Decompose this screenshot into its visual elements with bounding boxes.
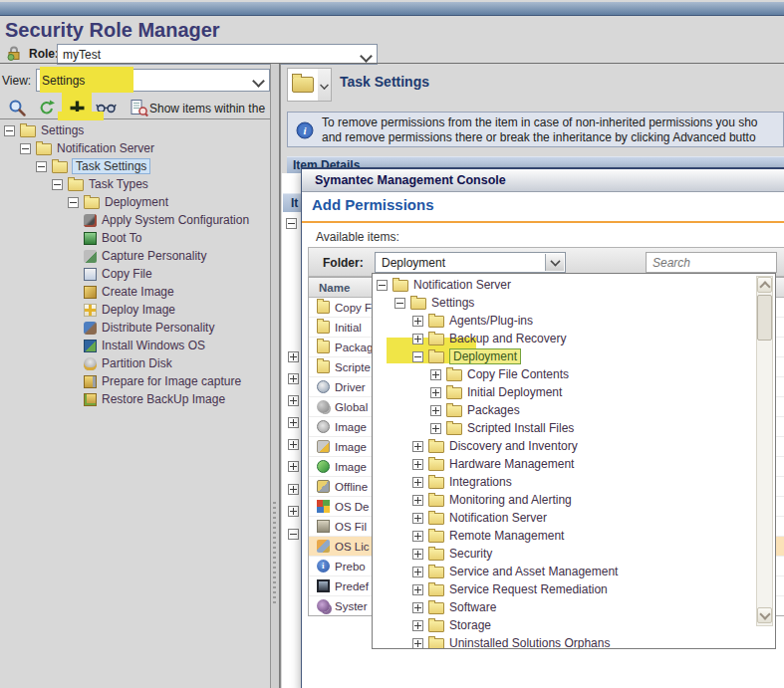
expander-plus-icon[interactable] bbox=[412, 477, 423, 488]
expander-plus-icon[interactable] bbox=[288, 461, 299, 472]
expander-plus-icon[interactable] bbox=[288, 484, 299, 495]
popup-tree-item-deployment[interactable]: Deployment bbox=[373, 347, 755, 365]
expander-plus-icon[interactable] bbox=[288, 373, 299, 384]
scroll-up-button[interactable] bbox=[757, 277, 772, 293]
popup-tree-item-scripted-install-files[interactable]: Scripted Install Files bbox=[373, 419, 755, 437]
popup-tree-item-software[interactable]: Software bbox=[373, 598, 755, 616]
expander-plus-icon[interactable] bbox=[412, 459, 423, 470]
popup-tree-item-backup-and-recovery[interactable]: Backup and Recovery bbox=[373, 330, 755, 347]
expander-plus-icon[interactable] bbox=[412, 316, 423, 327]
expander-minus-icon[interactable] bbox=[286, 218, 297, 229]
dropdown-button[interactable] bbox=[545, 254, 564, 271]
popup-scrollbar[interactable] bbox=[756, 276, 773, 626]
popup-tree-item-service-request-remediation[interactable]: Service Request Remediation bbox=[373, 580, 755, 598]
tree-item-deployment[interactable]: Deployment bbox=[0, 193, 271, 211]
expander-plus-icon[interactable] bbox=[412, 602, 423, 613]
expander-minus-icon[interactable] bbox=[36, 161, 47, 172]
name-column-header[interactable]: Name bbox=[319, 282, 350, 294]
popup-tree-item-copy-file-contents[interactable]: Copy File Contents bbox=[373, 365, 755, 383]
tree-item-distribute-personality[interactable]: Distribute Personality bbox=[0, 319, 271, 337]
expander-minus-icon[interactable] bbox=[4, 125, 15, 136]
tree-item-apply-system-configuration[interactable]: Apply System Configuration bbox=[0, 211, 271, 229]
panel-splitter[interactable] bbox=[270, 64, 280, 688]
dialog-title-bar[interactable]: Symantec Management Console bbox=[302, 169, 784, 192]
tree-item-restore-backup-image[interactable]: Restore BackUp Image bbox=[0, 390, 271, 408]
expander-plus-icon[interactable] bbox=[288, 351, 299, 362]
page-icon-menu-button[interactable] bbox=[318, 68, 332, 102]
expander-plus-icon[interactable] bbox=[288, 395, 299, 406]
expander-plus-icon[interactable] bbox=[412, 584, 423, 595]
expander-minus-icon[interactable] bbox=[394, 298, 405, 309]
tree-item-notification-server[interactable]: Notification Server bbox=[0, 139, 271, 157]
folder-dropdown[interactable]: Deployment bbox=[375, 252, 566, 273]
expander-plus-icon[interactable] bbox=[412, 567, 423, 577]
show-items-button[interactable] bbox=[126, 96, 151, 119]
tree-item-capture-personality[interactable]: Capture Personality bbox=[0, 247, 271, 265]
expander-minus-icon[interactable] bbox=[412, 351, 423, 362]
tree-item-label: Copy File Contents bbox=[467, 367, 569, 381]
scrollbar-thumb[interactable] bbox=[757, 295, 772, 341]
popup-tree-item-monitoring-and-alerting[interactable]: Monitoring and Alerting bbox=[373, 491, 755, 509]
expander-minus-icon[interactable] bbox=[20, 143, 31, 154]
expander-minus-icon[interactable] bbox=[52, 179, 63, 190]
popup-tree-item-storage[interactable]: Storage bbox=[373, 616, 755, 634]
tree-item-label: Settings bbox=[41, 123, 84, 137]
popup-tree-item-initial-deployment[interactable]: Initial Deployment bbox=[373, 383, 755, 401]
info-text-line2: and remove permissions there or break th… bbox=[322, 130, 758, 145]
expander-plus-icon[interactable] bbox=[412, 334, 423, 344]
tree-item-deploy-image[interactable]: Deploy Image bbox=[0, 301, 271, 319]
folder-icon bbox=[428, 567, 444, 578]
search-input[interactable] bbox=[646, 252, 777, 273]
tree-item-task-types[interactable]: Task Types bbox=[0, 175, 271, 193]
popup-tree-item-notification-server[interactable]: Notification Server bbox=[373, 276, 755, 294]
expander-plus-icon[interactable] bbox=[288, 506, 299, 517]
role-dropdown[interactable]: myTest bbox=[57, 44, 378, 65]
popup-tree-item-settings[interactable]: Settings bbox=[373, 294, 755, 312]
popup-tree-item-packages[interactable]: Packages bbox=[373, 401, 755, 419]
tree-item-boot-to[interactable]: Boot To bbox=[0, 229, 271, 247]
expander-plus-icon[interactable] bbox=[430, 387, 441, 398]
divider bbox=[0, 63, 784, 64]
expander-plus-icon[interactable] bbox=[288, 439, 299, 450]
expander-plus-icon[interactable] bbox=[288, 417, 299, 428]
folder-icon bbox=[36, 143, 52, 155]
popup-tree-item-notification-server-2[interactable]: Notification Server bbox=[373, 509, 755, 527]
expander-plus-icon[interactable] bbox=[412, 531, 423, 542]
expander-plus-icon[interactable] bbox=[430, 369, 441, 380]
tree-item-create-image[interactable]: Create Image bbox=[0, 283, 271, 301]
splitter-grip[interactable] bbox=[273, 502, 276, 605]
tree-item-label: Create Image bbox=[102, 285, 174, 299]
expander-minus-icon[interactable] bbox=[68, 197, 79, 208]
expander-minus-icon[interactable] bbox=[377, 280, 388, 291]
expander-plus-icon[interactable] bbox=[412, 513, 423, 524]
refresh-button[interactable] bbox=[34, 96, 60, 119]
expander-plus-icon[interactable] bbox=[412, 495, 423, 506]
tree-item-prepare-for-image-capture[interactable]: Prepare for Image capture bbox=[0, 372, 271, 390]
popup-tree-item-service-and-asset-management[interactable]: Service and Asset Management bbox=[373, 563, 755, 580]
expander-plus-icon[interactable] bbox=[430, 405, 441, 416]
expander-plus-icon[interactable] bbox=[430, 423, 441, 434]
expander-minus-icon[interactable] bbox=[288, 529, 299, 540]
expander-plus-icon[interactable] bbox=[412, 638, 423, 649]
copy-file-icon bbox=[84, 268, 97, 281]
popup-tree-item-integrations[interactable]: Integrations bbox=[373, 473, 755, 491]
tree-item-task-settings[interactable]: Task Settings bbox=[0, 157, 271, 175]
tree-item-copy-file[interactable]: Copy File bbox=[0, 265, 271, 283]
popup-tree-item-discovery-and-inventory[interactable]: Discovery and Inventory bbox=[373, 437, 755, 455]
popup-tree-item-remote-management[interactable]: Remote Management bbox=[373, 527, 755, 545]
tree-item-settings[interactable]: Settings bbox=[0, 121, 271, 139]
tree-item-partition-disk[interactable]: Partition Disk bbox=[0, 354, 271, 372]
expander-plus-icon[interactable] bbox=[412, 549, 423, 560]
tree-item-install-windows-os[interactable]: Install Windows OS bbox=[0, 337, 271, 354]
popup-tree-item-agents-plugins[interactable]: Agents/Plug-ins bbox=[373, 312, 755, 330]
popup-tree-item-hardware-management[interactable]: Hardware Management bbox=[373, 455, 755, 473]
page-icon-button[interactable] bbox=[287, 68, 319, 102]
expander-plus-icon[interactable] bbox=[412, 620, 423, 631]
search-button[interactable] bbox=[4, 96, 30, 119]
folder-icon bbox=[428, 459, 444, 471]
view-dropdown[interactable]: Settings bbox=[36, 69, 270, 92]
popup-tree-item-security[interactable]: Security bbox=[373, 545, 755, 563]
expander-plus-icon[interactable] bbox=[412, 441, 423, 452]
scroll-down-button[interactable] bbox=[757, 607, 772, 623]
popup-tree-item-uninstalled-solutions-orphans[interactable]: Uninstalled Solutions Orphans bbox=[373, 634, 755, 649]
